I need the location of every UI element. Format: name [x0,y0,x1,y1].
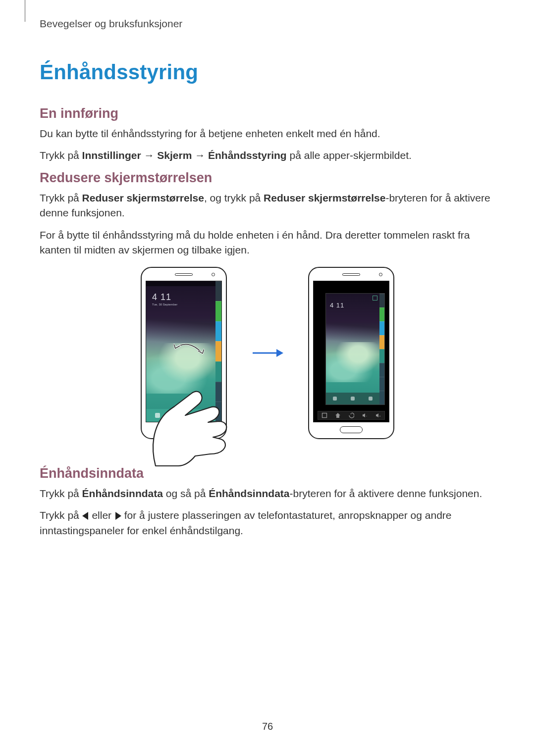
home-button-icon [340,426,363,433]
recents-icon [321,412,327,418]
section-heading-reduce: Redusere skjermstørrelsen [40,170,495,186]
volume-up-icon: + [375,412,381,418]
text: , og trykk på [204,192,264,203]
triangle-left-icon [82,512,88,520]
text: eller [89,509,114,521]
phone-illustration-before: 4 11 Tue, 30 September [141,267,227,439]
triangle-right-icon [115,512,121,520]
phone-speaker-icon [342,273,360,276]
onehand-input-label: Énhåndsinndata [82,488,163,499]
svg-text:-: - [366,414,368,417]
hand-icon [136,348,255,467]
text: Trykk på [40,509,82,521]
reduce-size-label: Reduser skjermstørrelse [264,192,385,203]
clock-text: 4 11 [330,302,344,309]
svg-text:+: + [379,414,381,417]
back-icon [348,412,354,418]
reduce-size-label: Reduser skjermstørrelse [82,192,204,203]
text: på alle apper-skjermbildet. [287,150,412,161]
onehand-label: Énhåndsstyring [208,150,287,161]
page-number: 76 [0,721,535,732]
text: Trykk på [40,192,82,203]
intro-paragraph-2: Trykk på Innstillinger → Skjerm → Énhånd… [40,148,495,163]
section-heading-intro: En innføring [40,106,495,121]
margin-rule [25,0,25,22]
reduce-paragraph-1: Trykk på Reduser skjermstørrelse, og try… [40,191,495,221]
text: -bryteren for å aktivere denne funksjone… [290,488,482,499]
page-title: Énhåndsstyring [40,60,495,84]
phone-sensor-icon [212,273,215,276]
settings-label: Innstillinger [82,150,141,161]
onehand-paragraph-2: Trykk på eller for å justere plasseringe… [40,508,495,538]
status-bar [146,281,221,286]
clock-date: Tue, 30 September [152,303,177,306]
home-icon [335,412,341,418]
onehand-paragraph-1: Trykk på Énhåndsinndata og så på Énhånds… [40,486,495,501]
phone-screen-reduced: 4 11 - + [313,281,389,422]
arrow-sep: → [192,150,208,161]
text: Trykk på [40,488,82,499]
phone-illustration-after: 4 11 - + [308,267,394,439]
arrow-sep: → [141,150,158,161]
reduce-paragraph-2: For å bytte til énhåndsstyring må du hol… [40,228,495,258]
page-content: Bevegelser og bruksfunksjoner Énhåndssty… [0,0,535,538]
text: Trykk på [40,150,82,161]
resize-handle-icon [373,296,377,301]
volume-down-icon: - [362,412,368,418]
phone-sensor-icon [379,273,382,276]
wallpaper [326,294,384,404]
soft-nav-bar: - + [318,411,385,420]
intro-paragraph-1: Du kan bytte til énhåndsstyring for å be… [40,126,495,141]
clock-text: 4 11 [152,292,171,302]
dock [326,393,379,404]
dock-icon [333,397,337,401]
running-head: Bevegelser og bruksfunksjoner [40,18,495,30]
section-heading-onehand-input: Énhåndsinndata [40,466,495,481]
figure-row: 4 11 Tue, 30 September [40,267,495,439]
dock-icon [351,397,355,401]
svg-marker-1 [276,349,283,357]
onehand-input-label: Énhåndsinndata [209,488,289,499]
screen-label: Skjerm [157,150,192,161]
dock-icon [369,397,373,401]
reduced-window: 4 11 [325,293,385,405]
edge-panel [379,294,384,404]
arrow-right-icon [252,347,283,359]
phone-speaker-icon [175,273,193,276]
svg-rect-2 [322,413,327,417]
text: og så på [163,488,209,499]
